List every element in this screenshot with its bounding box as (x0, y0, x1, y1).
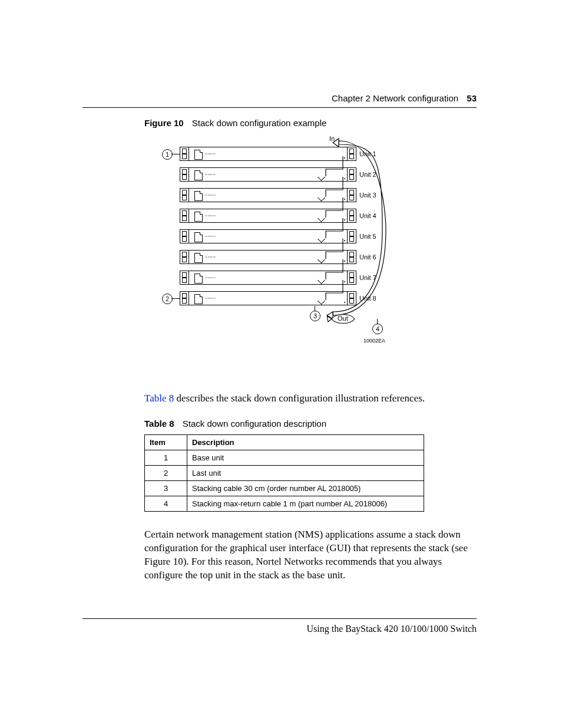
description-table: Item Description 1 Base unit 2 Last unit… (144, 434, 424, 512)
callout-4: 4 (372, 324, 383, 334)
cell-item: 3 (145, 480, 187, 496)
figure-id-code: 10002EA (363, 338, 385, 344)
figure-caption: Figure 10 Stack down configuration examp… (144, 118, 477, 128)
paragraph-1: Table 8 describes the stack down configu… (144, 392, 477, 406)
para1-rest: describes the stack down configuration i… (174, 393, 425, 404)
figure-label: Figure 10 (144, 118, 184, 128)
cell-item: 4 (145, 496, 187, 511)
cell-desc: Base unit (187, 450, 424, 465)
header-rule (82, 107, 477, 108)
table-header-row: Item Description (145, 434, 424, 450)
chapter-title: Chapter 2 Network configuration (332, 93, 458, 103)
page-footer: Using the BayStack 420 10/100/1000 Switc… (82, 624, 477, 634)
callout-line (171, 298, 180, 299)
cell-item: 2 (145, 465, 187, 480)
table-title: Stack down configuration description (183, 419, 326, 429)
table-row: 1 Base unit (145, 450, 424, 465)
callout-line (377, 319, 378, 324)
unit-label: Unit 2 (359, 171, 376, 178)
figure-diagram: In Unit 1 Unit 2 Unit 3 Unit 4 Unit 5 (162, 139, 392, 351)
callout-3: 3 (310, 311, 320, 321)
unit-label: Unit 5 (359, 233, 376, 240)
table-row: 2 Last unit (145, 465, 424, 480)
callout-line (315, 306, 315, 311)
table-row: 4 Stacking max-return cable 1 m (part nu… (145, 496, 424, 511)
table-label: Table 8 (144, 419, 174, 429)
callout-1: 1 (162, 149, 173, 160)
footer-text: Using the BayStack 420 10/100/1000 Switc… (307, 624, 477, 634)
cell-desc: Last unit (187, 465, 424, 480)
callout-2: 2 (162, 294, 173, 304)
page-header: Chapter 2 Network configuration 53 (82, 93, 477, 103)
unit-label: Unit 1 (359, 150, 376, 157)
para2-t2: ). For this reason, Nortel Networks reco… (144, 556, 442, 581)
col-description: Description (187, 434, 424, 450)
unit-label: Unit 8 (359, 295, 376, 302)
page-number: 53 (467, 93, 477, 103)
paragraph-2: Certain network management station (NMS)… (144, 528, 477, 582)
cell-item: 1 (145, 450, 187, 465)
callout-line (171, 154, 180, 154)
cell-desc: Stacking cable 30 cm (order number AL 20… (187, 480, 424, 496)
col-item: Item (145, 434, 187, 450)
figure-10-link[interactable]: Figure 10 (144, 556, 183, 567)
para2-t1: Certain network management station (NMS)… (144, 529, 468, 554)
footer-rule (82, 618, 477, 619)
table-row: 3 Stacking cable 30 cm (order number AL … (145, 480, 424, 496)
unit-label: Unit 7 (359, 274, 376, 281)
in-label: In (329, 135, 335, 142)
figure-title: Stack down configuration example (192, 118, 326, 128)
table-8-link[interactable]: Table 8 (144, 393, 174, 404)
out-label: Out (338, 315, 348, 322)
cell-desc: Stacking max-return cable 1 m (part numb… (187, 496, 424, 511)
unit-label: Unit 4 (359, 212, 376, 219)
unit-label: Unit 3 (359, 192, 376, 199)
stacking-cables (324, 156, 348, 309)
unit-label: Unit 6 (359, 253, 376, 261)
table-caption: Table 8 Stack down configuration descrip… (144, 419, 477, 429)
